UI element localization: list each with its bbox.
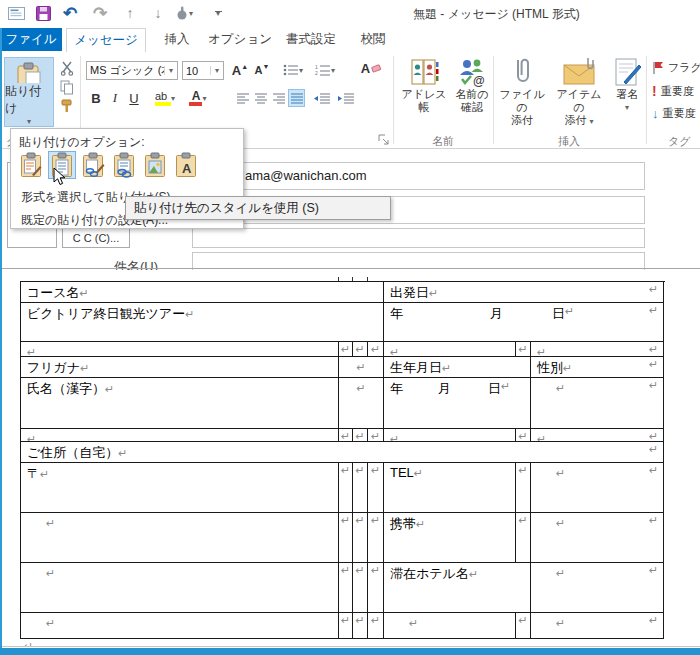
table-cell[interactable]: 年月日↵ bbox=[384, 378, 531, 429]
table-cell[interactable]: ↵ bbox=[531, 429, 664, 442]
table-cell[interactable]: ↵ bbox=[21, 429, 339, 442]
table-cell[interactable]: ↵ bbox=[531, 563, 664, 613]
chevron-down-icon[interactable]: ▾ bbox=[164, 66, 177, 75]
table-cell[interactable]: 携帯↵ bbox=[384, 513, 516, 563]
table-cell[interactable]: ↵ bbox=[353, 563, 368, 613]
table-cell[interactable]: 出発日↵ bbox=[384, 282, 664, 303]
table-cell[interactable]: 〒↵ bbox=[21, 463, 339, 513]
cc-field[interactable] bbox=[192, 228, 645, 248]
table-cell[interactable]: ↵ bbox=[516, 429, 531, 442]
table-cell[interactable]: ↵ bbox=[516, 613, 531, 639]
importance-high-button[interactable]: ! 重要度 bbox=[652, 83, 694, 99]
font-name-combo[interactable]: MS ゴシック (本▾ bbox=[86, 61, 178, 80]
table-cell[interactable]: ↵ bbox=[353, 613, 368, 639]
move-up-icon[interactable]: ↑ bbox=[120, 3, 140, 23]
check-names-button[interactable]: @ 名前の 確認 bbox=[452, 56, 492, 114]
table-cell[interactable]: ↵ bbox=[516, 513, 531, 563]
address-book-button[interactable]: アドレス帳 bbox=[398, 56, 450, 114]
table-cell[interactable]: ↵ bbox=[368, 429, 384, 442]
table-cell[interactable]: フリガナ↵ bbox=[21, 357, 339, 378]
grow-font-icon[interactable]: A▲ bbox=[230, 60, 250, 80]
table-cell[interactable]: ↵ bbox=[516, 463, 531, 513]
attach-file-button[interactable]: ファイルの 添付 bbox=[496, 56, 548, 127]
table-cell[interactable]: ↵ bbox=[21, 563, 339, 613]
paste-option-link-keep-source-formatting[interactable] bbox=[79, 151, 107, 179]
table-cell[interactable]: 性別↵ bbox=[531, 357, 664, 378]
font-size-combo[interactable]: 10▾ bbox=[182, 61, 224, 80]
table-cell[interactable]: ↵ bbox=[531, 342, 664, 357]
cut-icon[interactable] bbox=[57, 59, 77, 77]
table-cell[interactable]: TEL↵ bbox=[384, 463, 516, 513]
table-cell[interactable]: 氏名（漢字）↵ bbox=[21, 378, 339, 429]
table-cell[interactable]: ↵ bbox=[384, 342, 516, 357]
table-cell[interactable]: ↵ bbox=[339, 563, 353, 613]
table-cell[interactable]: ↵ bbox=[339, 342, 353, 357]
decrease-indent-icon[interactable] bbox=[312, 89, 332, 107]
table-cell[interactable]: ↵ bbox=[368, 463, 384, 513]
format-painter-icon[interactable] bbox=[57, 97, 77, 115]
table-cell[interactable]: コース名↵ bbox=[21, 282, 384, 303]
table-cell[interactable]: ↵ bbox=[353, 342, 368, 357]
attach-item-button[interactable]: アイテムの 添付 ▾ bbox=[552, 56, 606, 128]
table-cell[interactable]: 滞在ホテル名↵ bbox=[384, 563, 531, 613]
align-right-icon[interactable] bbox=[270, 89, 287, 107]
table-cell[interactable]: ↵ bbox=[368, 342, 384, 357]
table-cell[interactable]: ↵ bbox=[516, 342, 531, 357]
paste-option-picture[interactable] bbox=[141, 151, 169, 179]
table-cell[interactable]: ↵ bbox=[531, 613, 664, 639]
paste-option-keep-source-formatting[interactable] bbox=[17, 151, 45, 179]
table-cell[interactable]: ↵ bbox=[353, 463, 368, 513]
bold-button[interactable]: B bbox=[88, 88, 104, 108]
table-cell[interactable]: 年月日↵ bbox=[384, 303, 664, 342]
align-left-icon[interactable] bbox=[234, 89, 251, 107]
italic-button[interactable]: I bbox=[108, 88, 122, 108]
table-cell[interactable]: ↵ bbox=[531, 378, 664, 429]
paste-button[interactable]: 貼り付け ▾ bbox=[4, 57, 54, 127]
tour-application-table[interactable]: コース名↵出発日↵ビクトリア終日観光ツアー↵年月日↵↵↵↵↵↵↵↵フリガナ↵↵生… bbox=[20, 281, 665, 639]
distribute-justify-icon[interactable] bbox=[288, 89, 305, 107]
table-cell[interactable]: ↵ bbox=[368, 613, 384, 639]
table-cell[interactable]: ↵ bbox=[21, 513, 339, 563]
customize-qat-icon[interactable]: ▾ bbox=[208, 3, 228, 23]
table-cell[interactable]: ↵ bbox=[21, 342, 339, 357]
undo-icon[interactable]: ↶ bbox=[60, 3, 80, 23]
importance-low-button[interactable]: ↓ 重要度 bbox=[652, 106, 696, 121]
table-cell[interactable]: ↵ bbox=[531, 463, 664, 513]
table-cell[interactable]: ↵ bbox=[339, 429, 353, 442]
cc-button[interactable]: C C (C)... bbox=[62, 228, 130, 248]
tab-format-text[interactable]: 書式設定 bbox=[278, 28, 344, 51]
underline-button[interactable]: U bbox=[126, 88, 142, 108]
font-dialog-launcher-icon[interactable] bbox=[378, 132, 390, 144]
tab-file[interactable]: ファイル bbox=[0, 28, 62, 51]
table-cell[interactable]: ↵ bbox=[339, 357, 384, 378]
bullets-icon[interactable]: ▾ bbox=[280, 60, 306, 80]
shrink-font-icon[interactable]: A▼ bbox=[252, 60, 272, 80]
table-cell[interactable]: 生年月日↵ bbox=[384, 357, 531, 378]
copy-icon[interactable] bbox=[57, 78, 77, 96]
clear-formatting-icon[interactable]: A bbox=[358, 58, 384, 78]
numbering-icon[interactable]: 12▾ bbox=[312, 60, 338, 80]
tab-review[interactable]: 校閲 bbox=[350, 28, 396, 51]
table-cell[interactable]: ↵ bbox=[21, 613, 339, 639]
table-cell[interactable]: ご住所（自宅）↵ bbox=[21, 442, 664, 463]
font-color-icon[interactable]: A▾ bbox=[184, 88, 212, 108]
table-cell[interactable]: ↵ bbox=[368, 563, 384, 613]
table-cell[interactable]: ↵ bbox=[353, 429, 368, 442]
move-down-icon[interactable]: ↓ bbox=[148, 3, 168, 23]
table-cell[interactable]: ↵ bbox=[339, 378, 384, 429]
table-cell[interactable]: ↵ bbox=[339, 513, 353, 563]
follow-up-flag-button[interactable]: フラグの bbox=[652, 60, 700, 75]
touch-mode-icon[interactable]: ▾ bbox=[174, 3, 194, 23]
tab-message[interactable]: メッセージ bbox=[66, 28, 146, 52]
table-cell[interactable]: ↵ bbox=[339, 613, 353, 639]
table-cell[interactable]: ↵ bbox=[531, 513, 664, 563]
table-cell[interactable]: ↵ bbox=[353, 513, 368, 563]
paste-option-keep-text-only[interactable]: A bbox=[172, 151, 200, 179]
align-center-icon[interactable] bbox=[252, 89, 269, 107]
highlight-color-icon[interactable]: ab▾ bbox=[150, 88, 180, 108]
table-cell[interactable]: ↵ bbox=[339, 463, 353, 513]
tab-options[interactable]: オプション bbox=[208, 28, 272, 51]
save-icon[interactable] bbox=[33, 3, 53, 23]
increase-indent-icon[interactable] bbox=[336, 89, 356, 107]
signature-button[interactable]: 署名 ▾ bbox=[610, 56, 644, 114]
